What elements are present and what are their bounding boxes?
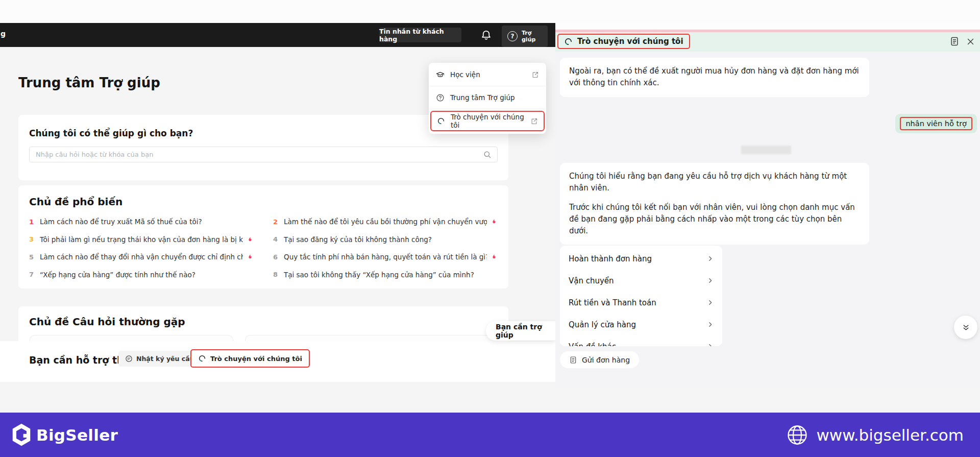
chat-with-us-button[interactable]: Trò chuyện với chúng tôi [190, 349, 310, 368]
menu-item-label: Học viện [450, 70, 480, 79]
topic-text: Làm thế nào để tôi yêu cầu bồi thường ph… [284, 218, 487, 226]
topic-rank: 6 [273, 253, 284, 261]
chat-panel-top-strip [555, 23, 980, 30]
category-other[interactable]: Vấn đề khác [569, 335, 714, 346]
help-dropdown-menu: Học viện Trung tâm Trợ giúp Trò chuyện v… [429, 63, 546, 134]
headset-icon [564, 37, 573, 46]
top-nav-bar: g Tin nhắn từ khách hàng ? Trợ giúp [0, 23, 555, 47]
topic-text: Tại sao đăng ký của tôi không thành công… [284, 235, 432, 244]
external-link-icon [531, 71, 539, 79]
search-icon[interactable] [483, 150, 492, 159]
customer-messages-button[interactable]: Tin nhắn từ khách hàng [379, 28, 461, 42]
topic-rank: 5 [29, 253, 40, 261]
faq-topics-card: Chủ đề Câu hỏi thường gặp [18, 306, 508, 341]
search-heading: Chúng tôi có thể giúp gì cho bạn? [29, 128, 193, 138]
category-complete-order[interactable]: Hoàn thành đơn hàng [569, 248, 714, 270]
popular-topic-6[interactable]: 6 Quy tắc tính phí nhà bán hàng, quyết t… [273, 248, 498, 266]
nav-label-fragment: g [1, 30, 6, 38]
search-input[interactable] [30, 147, 483, 162]
chevron-right-icon [707, 277, 714, 284]
topic-text: Quy tắc tính phí nhà bán hàng, quyết toá… [284, 253, 487, 261]
bigseller-logo [11, 423, 32, 447]
topic-text: Làm cách nào để thay đổi nhà vận chuyển … [40, 253, 243, 261]
popular-topic-2[interactable]: 2 Làm thế nào để tôi yêu cầu bồi thường … [273, 213, 498, 231]
topic-text: Tôi phải làm gì nếu trạng thái kho vận c… [40, 235, 243, 244]
menu-divider [429, 109, 546, 109]
chevron-right-icon [707, 299, 714, 306]
menu-item-chat-with-us[interactable]: Trò chuyện với chúng tôi [430, 111, 545, 131]
external-link-icon [530, 117, 538, 125]
popular-topic-5[interactable]: 5 Làm cách nào để thay đổi nhà vận chuyể… [29, 248, 254, 266]
form-icon [569, 356, 577, 364]
form-icon[interactable] [949, 36, 960, 46]
request-log-icon [125, 355, 133, 363]
bot-message: Ngoài ra, bạn có thể đề xuất người mua h… [560, 58, 869, 97]
chat-header: Trò chuyện với chúng tôi [555, 32, 980, 52]
footer-brand: BigSeller [36, 426, 118, 444]
graduation-cap-icon [436, 70, 445, 79]
search-input-wrap [29, 147, 498, 162]
globe-icon [787, 424, 808, 446]
chevron-right-icon [707, 343, 714, 346]
menu-item-help-center[interactable]: Trung tâm Trợ giúp [429, 86, 546, 109]
topic-rank: 8 [273, 271, 284, 278]
need-help-tooltip-text: Bạn cần trợ giúp [496, 323, 555, 339]
bot-message: Chúng tôi hiểu rằng bạn đang yêu cầu hỗ … [560, 163, 869, 245]
topic-text: “Xếp hạng cửa hàng” được tính như thế nà… [40, 271, 195, 279]
topic-rank: 2 [273, 218, 284, 226]
popular-topic-4[interactable]: 4 Tại sao đăng ký của tôi không thành cô… [273, 231, 498, 249]
topic-rank: 4 [273, 235, 284, 243]
category-store-management[interactable]: Quản lý cửa hàng [569, 314, 714, 335]
support-bar: Bạn cần hỗ trợ thêm? Nhật ký yêu cầu Trò… [0, 341, 555, 382]
question-circle-icon [436, 93, 445, 102]
popular-topic-3[interactable]: 3 Tôi phải làm gì nếu trạng thái kho vận… [29, 231, 254, 249]
issue-category-card: Hoàn thành đơn hàng Vận chuyển Rút tiền … [560, 246, 722, 346]
help-button-label: Trợ giúp [522, 30, 535, 43]
notification-bell-icon[interactable] [480, 29, 493, 41]
popular-topic-7[interactable]: 7 “Xếp hạng cửa hàng” được tính như thế … [29, 266, 254, 284]
question-circle-icon: ? [507, 31, 518, 41]
hot-flame-icon [491, 218, 498, 225]
hot-flame-icon [247, 253, 254, 260]
menu-item-label: Trung tâm Trợ giúp [450, 93, 515, 102]
footer: BigSeller www.bigseller.com [0, 413, 980, 457]
chevron-right-icon [707, 255, 714, 262]
popular-topics-card: Chủ đề phổ biến 1 Làm cách nào để truy x… [18, 185, 508, 288]
category-withdraw-payment[interactable]: Rút tiền và Thanh toán [569, 292, 714, 314]
popular-topic-8[interactable]: 8 Tại sao tôi không thấy “Xếp hạng cửa h… [273, 266, 498, 284]
headset-icon [437, 117, 445, 125]
need-help-tooltip[interactable]: Bạn cần trợ giúp [486, 321, 555, 341]
topic-rank: 1 [29, 218, 40, 226]
top-strip [0, 0, 980, 23]
chevron-right-icon [707, 321, 714, 328]
faq-heading: Chủ đề Câu hỏi thường gặp [29, 316, 185, 328]
redacted-chip [741, 146, 791, 154]
footer-url[interactable]: www.bigseller.com [816, 426, 964, 444]
help-menu-button[interactable]: ? Trợ giúp [502, 26, 548, 47]
menu-item-academy[interactable]: Học viện [429, 63, 546, 86]
menu-item-label: Trò chuyện với chúng tôi [451, 113, 525, 129]
topic-text: Làm cách nào để truy xuất Mã số thuế của… [40, 218, 202, 226]
request-log-button[interactable]: Nhật ký yêu cầu [118, 351, 201, 367]
double-chevron-down-icon [962, 323, 970, 332]
hot-flame-icon [247, 236, 254, 243]
popular-topic-1[interactable]: 1 Làm cách nào để truy xuất Mã số thuế c… [29, 213, 254, 231]
request-log-label: Nhật ký yêu cầu [136, 355, 194, 363]
chat-body: Ngoài ra, bạn có thể đề xuất người mua h… [555, 52, 980, 388]
user-message: nhân viên hỗ trợ [895, 114, 977, 133]
chat-title: Trò chuyện với chúng tôi [577, 37, 683, 46]
category-shipping[interactable]: Vận chuyển [569, 270, 714, 292]
submit-order-label: Gửi đơn hàng [582, 356, 630, 364]
chat-title-highlight: Trò chuyện với chúng tôi [557, 34, 690, 49]
topic-text: Tại sao tôi không thấy “Xếp hạng cửa hàn… [284, 271, 474, 279]
chat-with-us-label: Trò chuyện với chúng tôi [210, 355, 302, 363]
submit-order-button[interactable]: Gửi đơn hàng [560, 351, 639, 368]
headset-icon [198, 354, 206, 363]
topic-rank: 7 [29, 271, 40, 278]
hot-flame-icon [491, 253, 498, 260]
customer-messages-label: Tin nhắn từ khách hàng [379, 28, 461, 43]
popular-topics-heading: Chủ đề phổ biến [29, 196, 122, 208]
scroll-to-bottom-button[interactable] [954, 316, 977, 339]
page-title: Trung tâm Trợ giúp [18, 75, 160, 90]
close-icon[interactable] [966, 37, 975, 46]
